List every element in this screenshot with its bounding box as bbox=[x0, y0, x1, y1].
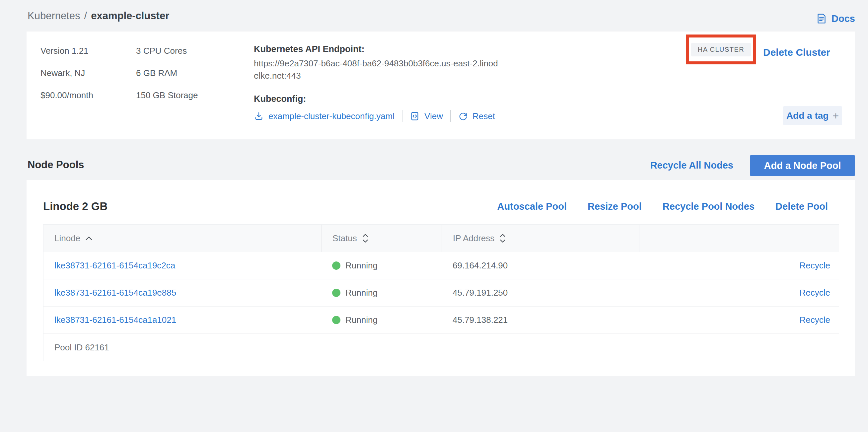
recycle-all-nodes-button[interactable]: Recycle All Nodes bbox=[650, 160, 733, 171]
kubeconfig-download-link[interactable]: example-cluster-kubeconfig.yaml bbox=[254, 111, 395, 121]
reset-label: Reset bbox=[472, 111, 495, 121]
pool-actions-row: Autoscale Pool Resize Pool Recycle Pool … bbox=[497, 200, 828, 212]
table-row: lke38731-62161-6154ca19c2ca Running 69.1… bbox=[43, 252, 839, 279]
column-header-actions bbox=[639, 225, 839, 252]
node-ip: 45.79.138.221 bbox=[442, 315, 639, 325]
divider bbox=[402, 110, 402, 122]
pool-name: Linode 2 GB bbox=[43, 200, 107, 213]
node-link[interactable]: lke38731-62161-6154ca1a1021 bbox=[54, 315, 176, 325]
breadcrumb-separator: / bbox=[84, 10, 87, 22]
cluster-storage: 150 GB Storage bbox=[136, 84, 198, 106]
ha-cluster-highlight-box: HA CLUSTER bbox=[686, 34, 756, 64]
column-header-status[interactable]: Status bbox=[321, 225, 442, 252]
kubeconfig-actions-row: example-cluster-kubeconfig.yaml View bbox=[254, 109, 513, 123]
node-link[interactable]: lke38731-62161-6154ca19e885 bbox=[54, 288, 176, 298]
breadcrumb-cluster-name: example-cluster bbox=[91, 10, 169, 22]
delete-cluster-button[interactable]: Delete Cluster bbox=[763, 47, 830, 58]
endpoint-section: Kubernetes API Endpoint: https://9e2a730… bbox=[254, 43, 513, 123]
download-icon bbox=[254, 111, 264, 121]
sort-both-icon bbox=[499, 233, 506, 244]
recycle-pool-nodes-button[interactable]: Recycle Pool Nodes bbox=[662, 200, 754, 212]
reset-icon bbox=[458, 112, 468, 121]
api-endpoint-label: Kubernetes API Endpoint: bbox=[254, 43, 513, 55]
divider bbox=[450, 110, 451, 122]
nodes-table-header: Linode Status IP Address bbox=[43, 225, 839, 252]
status-running-icon bbox=[332, 261, 340, 270]
column-header-ip-address[interactable]: IP Address bbox=[442, 225, 639, 252]
add-tag-label: Add a tag bbox=[786, 111, 829, 121]
breadcrumb-kubernetes-link[interactable]: Kubernetes bbox=[28, 10, 80, 22]
status-label: Running bbox=[345, 315, 378, 325]
status-running-icon bbox=[332, 316, 340, 324]
cluster-specs-column-2: 3 CPU Cores 6 GB RAM 150 GB Storage bbox=[136, 40, 198, 106]
cluster-summary-card: Version 1.21 Newark, NJ $90.00/month 3 C… bbox=[27, 32, 855, 140]
cluster-version: Version 1.21 bbox=[40, 40, 93, 62]
status-running-icon bbox=[332, 289, 340, 297]
nodes-table: Linode Status IP Address bbox=[43, 224, 839, 361]
recycle-node-button[interactable]: Recycle bbox=[800, 260, 830, 271]
column-header-linode[interactable]: Linode bbox=[43, 225, 321, 252]
kubeconfig-reset-link[interactable]: Reset bbox=[458, 111, 495, 121]
node-link[interactable]: lke38731-62161-6154ca19c2ca bbox=[54, 260, 175, 270]
breadcrumb: Kubernetes / example-cluster bbox=[28, 10, 169, 22]
recycle-node-button[interactable]: Recycle bbox=[800, 288, 830, 298]
table-row: lke38731-62161-6154ca1a1021 Running 45.7… bbox=[43, 307, 839, 334]
resize-pool-button[interactable]: Resize Pool bbox=[588, 200, 642, 212]
node-pools-title: Node Pools bbox=[28, 155, 84, 175]
kubeconfig-view-link[interactable]: View bbox=[410, 111, 443, 121]
plus-icon: + bbox=[833, 111, 839, 121]
node-ip: 69.164.214.90 bbox=[442, 260, 639, 271]
cluster-ram: 6 GB RAM bbox=[136, 62, 198, 84]
cluster-cpu: 3 CPU Cores bbox=[136, 40, 198, 62]
status-label: Running bbox=[345, 288, 378, 298]
cluster-specs-column-1: Version 1.21 Newark, NJ $90.00/month bbox=[40, 40, 93, 106]
node-pool-card: Linode 2 GB Autoscale Pool Resize Pool R… bbox=[27, 180, 855, 376]
autoscale-pool-button[interactable]: Autoscale Pool bbox=[497, 200, 567, 212]
view-label: View bbox=[424, 111, 443, 121]
api-endpoint-url: https://9e2a7307-b6ac-408f-ba62-9483b0b3… bbox=[254, 57, 501, 82]
delete-pool-button[interactable]: Delete Pool bbox=[775, 200, 828, 212]
docs-label: Docs bbox=[832, 13, 855, 24]
kubeconfig-label: Kubeconfig: bbox=[254, 93, 513, 104]
sort-asc-icon bbox=[85, 236, 93, 241]
node-ip: 45.79.191.250 bbox=[442, 288, 639, 298]
pool-id-footer: Pool ID 62161 bbox=[43, 334, 839, 361]
docs-link[interactable]: Docs bbox=[815, 12, 855, 25]
sort-both-icon bbox=[362, 233, 369, 244]
kubeconfig-file-name: example-cluster-kubeconfig.yaml bbox=[269, 111, 395, 121]
status-label: Running bbox=[345, 260, 378, 271]
recycle-node-button[interactable]: Recycle bbox=[800, 315, 830, 325]
add-tag-button[interactable]: Add a tag + bbox=[783, 106, 842, 125]
cluster-price: $90.00/month bbox=[40, 84, 93, 106]
table-row: lke38731-62161-6154ca19e885 Running 45.7… bbox=[43, 279, 839, 307]
add-node-pool-button[interactable]: Add a Node Pool bbox=[750, 155, 855, 176]
docs-icon bbox=[815, 12, 828, 25]
cluster-region: Newark, NJ bbox=[40, 62, 93, 84]
code-view-icon bbox=[410, 111, 420, 121]
ha-cluster-badge: HA CLUSTER bbox=[691, 43, 751, 56]
